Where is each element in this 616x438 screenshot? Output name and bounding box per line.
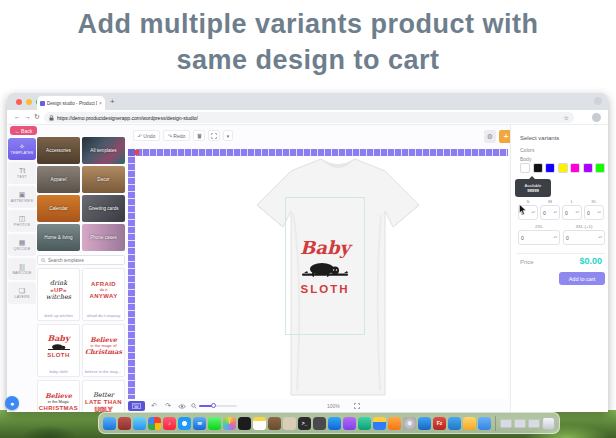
template-category[interactable]: Decor — [82, 166, 125, 193]
sidebar-item-qrcode[interactable]: ▦QRCODE — [8, 234, 36, 256]
browser-toolbar: ← → ↻ https://demo.productdesignerapp.co… — [7, 110, 608, 125]
template-card-drink-up-witches[interactable]: drink«UP»witches drink up witches — [37, 268, 80, 321]
browser-back-icon[interactable]: ← — [14, 113, 21, 120]
dock-books[interactable] — [118, 417, 131, 430]
template-category[interactable]: Calendar — [37, 195, 80, 222]
dock-photos[interactable] — [223, 417, 236, 430]
sidebar-item-text[interactable]: TtTEXT — [8, 162, 36, 184]
browser-tab[interactable]: Design studio - Product Des... × — [37, 96, 105, 110]
zoom-slider[interactable] — [199, 405, 237, 407]
dock-settings[interactable]: ⚙ — [403, 417, 416, 430]
template-category[interactable]: Greeting cards — [82, 195, 125, 222]
dock-vscode[interactable] — [418, 417, 431, 430]
search-input[interactable] — [48, 258, 118, 263]
dock-filezilla[interactable]: Fz — [433, 417, 446, 430]
dock-voice[interactable] — [268, 417, 281, 430]
preview-eye-icon[interactable] — [177, 403, 187, 410]
zoom-slider-knob[interactable] — [211, 403, 216, 408]
back-button[interactable]: ← Back — [10, 126, 37, 135]
bookmark-star-icon[interactable]: ☆ — [564, 114, 569, 121]
sidebar-item-photos[interactable]: ◫PHOTOS — [8, 210, 36, 232]
template-card-believe-christmas[interactable]: Believein the MagicCHRISTMAS — [37, 380, 80, 412]
size-stepper[interactable]: M 0▴▾ — [540, 199, 560, 220]
minimized-window[interactable] — [500, 419, 512, 428]
template-card-better-late[interactable]: BetterLATE THANUGLY — [82, 380, 125, 412]
size-stepper[interactable]: 2XL 0▴▾ — [518, 224, 560, 245]
add-to-cart-button[interactable]: Add to cart — [559, 272, 605, 285]
minimized-window[interactable] — [514, 419, 526, 428]
undo-button[interactable]: ↶ Undo — [133, 130, 160, 141]
wand-icon: ✧ — [19, 143, 25, 150]
print-area[interactable]: Baby SLOTH — [285, 197, 365, 335]
swatch-purple[interactable] — [583, 163, 593, 173]
zoom-control[interactable] — [191, 403, 237, 409]
minimize-window-button[interactable] — [26, 99, 32, 105]
dock-terminal[interactable]: >_ — [298, 417, 311, 430]
mouse-cursor — [519, 204, 527, 215]
swatch-white[interactable] — [520, 163, 530, 173]
dock-keynote[interactable] — [373, 417, 386, 430]
sidebar-item-templates[interactable]: ✧TEMPLATES — [8, 138, 36, 160]
dock-folder[interactable] — [478, 417, 491, 430]
minimized-window[interactable] — [528, 419, 540, 428]
dock-safari[interactable] — [178, 417, 191, 430]
template-search[interactable] — [37, 255, 125, 265]
chat-widget-button[interactable]: ● — [5, 396, 19, 410]
dock-trash-icon[interactable] — [542, 417, 555, 430]
template-category[interactable]: Apparel — [37, 166, 80, 193]
dock-notes[interactable] — [253, 417, 266, 430]
browser-forward-icon[interactable]: → — [24, 113, 31, 120]
toolbar-dropdown[interactable]: ▾ — [223, 130, 233, 141]
keyboard-shortcuts-button[interactable] — [128, 401, 145, 411]
dock-flower[interactable] — [463, 417, 476, 430]
settings-button[interactable]: ⚙ — [484, 130, 496, 143]
address-bar[interactable]: https://demo.productdesignerapp.com/word… — [44, 112, 574, 123]
template-category[interactable]: Home & living — [37, 224, 80, 251]
dock-appstore[interactable] — [328, 417, 341, 430]
dock-podcasts[interactable] — [343, 417, 356, 430]
fit-button[interactable] — [208, 130, 220, 141]
swatch-blue[interactable] — [545, 163, 555, 173]
dock-numbers[interactable] — [358, 417, 371, 430]
tab-close-icon[interactable]: × — [99, 100, 102, 106]
swatch-magenta[interactable] — [570, 163, 580, 173]
fit-icon — [211, 133, 217, 139]
delete-button[interactable] — [193, 130, 205, 141]
dock-news[interactable] — [283, 417, 296, 430]
swatch-yellow[interactable] — [558, 163, 568, 173]
new-tab-button[interactable]: + — [110, 97, 115, 106]
undo-footer-icon[interactable]: ↶ — [149, 402, 159, 410]
template-card-believe-magic[interactable]: Believein the magic ofChristmas believe … — [82, 324, 125, 377]
sidebar-item-barcode[interactable]: |||BARCODE — [8, 258, 36, 280]
dock-mail[interactable]: ✉ — [193, 417, 206, 430]
dock-maps[interactable] — [133, 417, 146, 430]
tab-overflow-button[interactable] — [594, 97, 602, 105]
dock-system[interactable] — [313, 417, 326, 430]
close-window-button[interactable] — [16, 99, 22, 105]
dock-tv[interactable] — [238, 417, 251, 430]
template-card-afraid-anyway[interactable]: AFRAIDdo itANYWAY afraid do it anyway — [82, 268, 125, 321]
dock-finder[interactable] — [103, 417, 116, 430]
template-category[interactable]: Phone cases — [82, 224, 125, 251]
profile-avatar[interactable] — [592, 113, 601, 122]
swatch-black[interactable] — [533, 163, 543, 173]
sidebar-item-layers[interactable]: ❏LAYERS — [8, 282, 36, 304]
dock-messages[interactable] — [208, 417, 221, 430]
swatch-green[interactable] — [595, 163, 605, 173]
dock-chrome[interactable] — [148, 417, 161, 430]
dock-docker[interactable] — [448, 417, 461, 430]
dock-pages[interactable] — [388, 417, 401, 430]
size-stepper[interactable]: XL 0▴▾ — [584, 199, 604, 220]
dock-music[interactable]: ♪ — [163, 417, 176, 430]
sidebar-item-artworks[interactable]: ▣ARTWORKS — [8, 186, 36, 208]
redo-button[interactable]: ↷ Redo — [163, 130, 190, 141]
template-card-baby-sloth[interactable]: Baby SLOTH baby sloth — [37, 324, 80, 377]
size-stepper[interactable]: 3XL (+1) 0▴▾ — [563, 224, 605, 245]
template-category[interactable]: Accessories — [37, 137, 80, 164]
fullscreen-icon[interactable] — [352, 403, 362, 410]
size-stepper[interactable]: L 0▴▾ — [562, 199, 582, 220]
design-text-baby: Baby — [300, 237, 350, 258]
browser-reload-icon[interactable]: ↻ — [34, 113, 40, 121]
redo-footer-icon[interactable]: ↷ — [163, 402, 173, 410]
template-category[interactable]: All templates — [82, 137, 125, 164]
